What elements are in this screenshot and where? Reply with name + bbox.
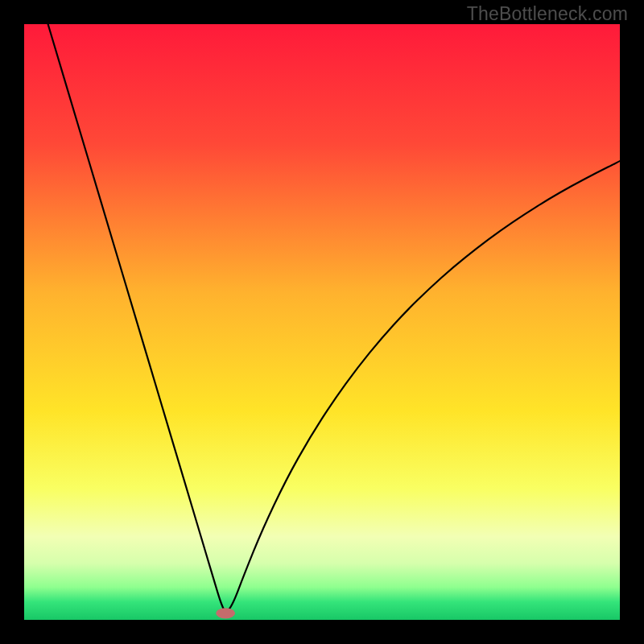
watermark-text: TheBottleneck.com [467, 3, 628, 25]
chart-frame: TheBottleneck.com [0, 0, 644, 644]
gradient-background [24, 24, 620, 620]
minimum-marker [216, 608, 235, 618]
bottleneck-chart [24, 24, 620, 620]
